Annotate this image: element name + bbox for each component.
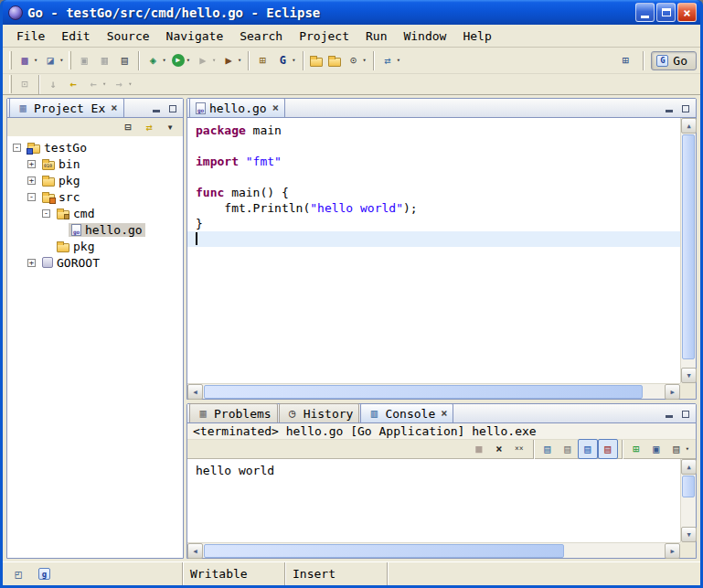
- close-view-icon[interactable]: ×: [111, 102, 117, 114]
- link-with-editor-button[interactable]: ⇄: [139, 117, 159, 137]
- tree-item-cmd[interactable]: -cmd: [7, 205, 183, 221]
- tree-item-hello-go[interactable]: hello.go: [7, 221, 183, 238]
- tree-item-src[interactable]: -src: [7, 188, 183, 205]
- scroll-down-button[interactable]: ▼: [681, 527, 697, 542]
- editor-horizontal-scrollbar[interactable]: ◀ ▶: [187, 383, 680, 399]
- go-perspective-button[interactable]: G Go: [651, 51, 697, 70]
- expand-toggle-icon[interactable]: +: [27, 259, 36, 267]
- scroll-down-button[interactable]: ▼: [681, 368, 697, 383]
- scroll-up-button[interactable]: ▲: [681, 459, 697, 475]
- close-tab-icon[interactable]: ×: [441, 407, 447, 420]
- toolbar-drag-handle[interactable]: [69, 51, 71, 69]
- scroll-track[interactable]: [681, 475, 696, 527]
- scroll-thumb[interactable]: [204, 544, 564, 558]
- console-horizontal-scrollbar[interactable]: ◀ ▶: [187, 542, 680, 558]
- close-tab-icon[interactable]: ×: [272, 102, 279, 114]
- toolbar-drag-handle[interactable]: [9, 75, 12, 93]
- scroll-right-button[interactable]: ▶: [665, 384, 680, 400]
- go-shortcut-button[interactable]: g: [36, 564, 53, 584]
- collapse-toggle-icon[interactable]: -: [42, 209, 50, 218]
- scroll-thumb[interactable]: [682, 476, 695, 497]
- search-button[interactable]: ⊙▾: [344, 50, 369, 70]
- console-view-menu-button[interactable]: ▤▾: [666, 439, 692, 459]
- tree-item-testgo[interactable]: -testGo: [7, 139, 183, 155]
- tree-item-pkg[interactable]: pkg: [7, 238, 183, 254]
- open-file-button[interactable]: [325, 50, 344, 70]
- menu-item-navigate[interactable]: Navigate: [158, 27, 232, 45]
- close-button[interactable]: ×: [677, 3, 697, 22]
- collapse-toggle-icon[interactable]: -: [13, 144, 21, 152]
- console-output[interactable]: hello world: [187, 459, 680, 542]
- print-button[interactable]: ▤: [114, 50, 134, 70]
- tab-hello-go[interactable]: hello.go ×: [189, 98, 285, 117]
- scroll-thumb[interactable]: [204, 385, 643, 399]
- toolbar-drag-handle[interactable]: [9, 51, 12, 69]
- menu-item-search[interactable]: Search: [231, 27, 291, 45]
- menu-item-project[interactable]: Project: [291, 27, 357, 45]
- open-console-button[interactable]: ⊞: [626, 439, 646, 459]
- code-line[interactable]: import "fmt": [187, 154, 680, 169]
- menu-item-help[interactable]: Help: [454, 27, 499, 45]
- editor-vertical-scrollbar[interactable]: ▲ ▼: [680, 118, 696, 383]
- open-perspective-button[interactable]: ⊞: [615, 50, 635, 70]
- scroll-up-button[interactable]: ▲: [681, 118, 697, 134]
- expand-toggle-icon[interactable]: +: [27, 160, 36, 168]
- minimize-view-button[interactable]: [150, 102, 163, 113]
- last-edit-location-button[interactable]: ←: [63, 74, 83, 94]
- run-button[interactable]: ▶▾: [169, 50, 193, 70]
- scroll-right-button[interactable]: ▶: [665, 543, 680, 559]
- menu-item-edit[interactable]: Edit: [53, 27, 98, 45]
- code-editor[interactable]: package mainimport "fmt"func main() { fm…: [187, 118, 680, 383]
- code-line[interactable]: package main: [187, 123, 680, 138]
- debug-button[interactable]: ◈▾: [143, 50, 168, 70]
- code-line[interactable]: fmt.Println("hello world");: [187, 200, 680, 216]
- minimize-view-button[interactable]: [663, 408, 676, 419]
- titlebar[interactable]: Go - testGo/src/cmd/hello.go - Eclipse ×: [3, 0, 700, 25]
- menu-item-run[interactable]: Run: [357, 27, 395, 45]
- code-line[interactable]: }: [187, 216, 680, 231]
- new-go-package-button[interactable]: ⊞: [252, 50, 272, 70]
- scroll-track[interactable]: [203, 543, 665, 559]
- scroll-left-button[interactable]: ◀: [187, 543, 203, 559]
- menu-item-source[interactable]: Source: [99, 27, 158, 45]
- open-resource-button[interactable]: [307, 50, 325, 70]
- minimize-button[interactable]: [635, 3, 655, 22]
- code-line[interactable]: [187, 231, 680, 247]
- maximize-view-button[interactable]: [679, 102, 692, 113]
- new-go-element-button[interactable]: ◪▾: [40, 50, 66, 70]
- show-stdout-when-changed-button[interactable]: ▤: [578, 439, 598, 459]
- code-line[interactable]: [187, 138, 680, 154]
- maximize-button[interactable]: [656, 3, 676, 22]
- external-tools-button[interactable]: ▶▾: [218, 50, 244, 70]
- show-stderr-when-changed-button[interactable]: ▤: [598, 439, 618, 459]
- display-selected-console-button[interactable]: ▣: [646, 439, 666, 459]
- scroll-lock-button[interactable]: ▤: [558, 439, 578, 459]
- remove-launch-button[interactable]: ×: [489, 439, 509, 459]
- collapse-all-button[interactable]: ⊟: [118, 117, 138, 137]
- tree-item-goroot[interactable]: +GOROOT: [7, 254, 183, 271]
- tree-item-bin[interactable]: +bin: [7, 155, 183, 172]
- minimize-view-button[interactable]: [663, 102, 676, 113]
- scroll-left-button[interactable]: ◀: [187, 384, 203, 400]
- tab-console[interactable]: ▥Console×: [360, 403, 453, 422]
- team-sync-button[interactable]: ⇄▾: [378, 50, 403, 70]
- code-line[interactable]: [187, 169, 680, 185]
- menu-item-window[interactable]: Window: [395, 27, 454, 45]
- tab-project-explorer[interactable]: ▦ Project Ex ×: [9, 98, 124, 117]
- tab-problems[interactable]: ▦Problems: [189, 403, 278, 422]
- fast-view-button[interactable]: ◰: [8, 564, 28, 584]
- scroll-track[interactable]: [681, 134, 696, 368]
- maximize-view-button[interactable]: [166, 102, 179, 113]
- collapse-toggle-icon[interactable]: -: [27, 193, 36, 201]
- expand-toggle-icon[interactable]: +: [27, 176, 36, 185]
- code-line[interactable]: func main() {: [187, 185, 680, 200]
- menu-item-file[interactable]: File: [8, 27, 53, 45]
- clear-console-button[interactable]: ▤: [538, 439, 558, 459]
- remove-all-terminated-button[interactable]: ××: [509, 439, 529, 459]
- maximize-view-button[interactable]: [679, 408, 692, 419]
- open-go-type-button[interactable]: G▾: [272, 50, 298, 70]
- scroll-track[interactable]: [203, 384, 665, 400]
- view-menu-button[interactable]: ▾: [160, 117, 180, 137]
- scroll-thumb[interactable]: [682, 134, 695, 359]
- new-wizard-button[interactable]: ▩▾: [15, 50, 40, 70]
